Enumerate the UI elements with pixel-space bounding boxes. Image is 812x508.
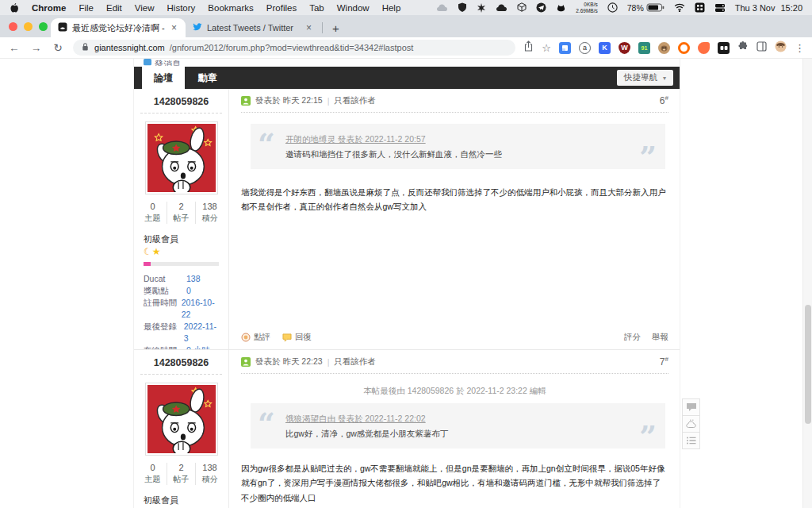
ext-91-icon[interactable]: 91 <box>638 42 650 54</box>
rate-button[interactable]: 評分 <box>624 332 641 343</box>
comment-button[interactable]: 點評 <box>241 332 270 343</box>
wifi-icon[interactable] <box>674 3 685 12</box>
cat-icon[interactable] <box>556 3 566 13</box>
fullscreen-window-button[interactable] <box>39 22 48 31</box>
cloud-dark-icon[interactable] <box>496 3 508 12</box>
battery-indicator[interactable]: 78% <box>627 3 665 13</box>
telegram-icon[interactable] <box>536 2 546 13</box>
window-icon[interactable] <box>756 40 767 55</box>
avatar[interactable] <box>145 383 218 456</box>
menu-tab[interactable]: Tab <box>309 3 324 13</box>
faces-icon[interactable] <box>718 42 730 54</box>
menu-window[interactable]: Window <box>337 3 370 13</box>
share-icon[interactable] <box>523 40 534 55</box>
stat-threads-label[interactable]: 主題 <box>139 474 167 485</box>
rank-badges: ☾★ <box>144 246 228 257</box>
scrollbar-thumb[interactable] <box>805 305 811 424</box>
menu-edit[interactable]: Edit <box>106 3 122 13</box>
menu-bookmarks[interactable]: Bookmarks <box>208 3 254 13</box>
close-tab-icon[interactable]: × <box>304 22 313 33</box>
author-username[interactable]: 1428059826 <box>134 350 228 374</box>
forward-button[interactable]: → <box>29 42 44 54</box>
menubar-clock[interactable]: Thu 3 Nov 15:20 <box>735 3 802 13</box>
post-header: 發表於 昨天 22:15 | 只看該作者 6# <box>241 89 668 113</box>
apple-logo-icon[interactable] <box>10 2 19 13</box>
reply-float-button[interactable] <box>682 398 700 416</box>
new-tab-button[interactable]: + <box>327 21 344 35</box>
flower-icon[interactable] <box>477 3 486 13</box>
list-float-button[interactable] <box>682 432 700 449</box>
author-username[interactable]: 1428059826 <box>134 89 228 113</box>
close-tab-icon[interactable]: × <box>170 22 178 33</box>
stat-credits-label[interactable]: 積分 <box>196 474 224 485</box>
grid-app-icon[interactable] <box>695 2 705 13</box>
reload-button[interactable]: ↻ <box>51 41 65 54</box>
lock-icon[interactable] <box>81 42 90 53</box>
forum-navbar: 論壇 勳章 快捷導航▾ <box>134 67 680 89</box>
menu-history[interactable]: History <box>167 3 196 13</box>
menu-view[interactable]: View <box>135 3 155 13</box>
address-bar[interactable]: giantessnight.com/gnforum2012/forum.php?… <box>73 40 515 56</box>
nav-tab-medals[interactable]: 勳章 <box>186 67 229 89</box>
browser-tab-forum[interactable]: 最近感觉论坛好冷清啊 - 今夜我 × <box>51 18 186 37</box>
chevron-down-icon: ▾ <box>663 75 666 82</box>
menubar-app-name[interactable]: Chrome <box>32 3 66 13</box>
field-value: 2016-10-22 <box>182 297 219 321</box>
wot-shield-icon[interactable]: W <box>619 42 630 54</box>
menu-help[interactable]: Help <box>382 3 401 13</box>
quote-text: 比gw好，清净，gw感觉都是小朋友紫薯布丁 <box>285 429 630 440</box>
stack-icon[interactable] <box>714 3 726 13</box>
author-fields: Ducat138 獎勵點0 註冊時間2016-10-22 最後登錄2022-11… <box>144 273 219 349</box>
reply-button[interactable]: 回復 <box>282 332 312 343</box>
quote-source-link[interactable]: 饿狼渴望自由 發表於 2022-11-2 22:02 <box>285 414 426 425</box>
chrome-menu-icon[interactable]: ⋮ <box>795 42 805 54</box>
stat-credits-label[interactable]: 積分 <box>196 213 224 224</box>
quote-text: 邀请码和墙挡住了很多新人，没什么新鲜血液，自然冷一些 <box>285 149 630 160</box>
stat-posts-label[interactable]: 帖子 <box>167 213 195 224</box>
url-domain: giantessnight.com <box>94 43 165 52</box>
open-quote-icon: “ <box>258 409 275 439</box>
puzzle-icon[interactable] <box>737 40 749 55</box>
menu-profiles[interactable]: Profiles <box>266 3 297 13</box>
floor-number[interactable]: 6# <box>660 94 668 106</box>
close-window-button[interactable] <box>9 22 17 31</box>
back-button[interactable]: ← <box>7 42 21 54</box>
cloud-icon[interactable] <box>436 3 448 12</box>
edited-notice: 本帖最後由 1428059826 於 2022-11-2 23:22 編輯 <box>241 386 668 397</box>
kami-icon[interactable]: K <box>599 42 611 54</box>
chrome-tab-strip: 最近感觉论坛好冷清啊 - 今夜我 × Latest Tweets / Twitt… <box>0 15 812 37</box>
report-button[interactable]: 舉報 <box>652 332 668 343</box>
stat-posts-label[interactable]: 帖子 <box>167 474 195 485</box>
bookmark-star-icon[interactable]: ☆ <box>542 42 551 54</box>
author-rank: 初級會員 <box>144 495 228 506</box>
minimize-window-button[interactable] <box>24 22 33 31</box>
shield-icon[interactable] <box>458 2 467 13</box>
avatar[interactable] <box>145 121 218 194</box>
floating-toolbar <box>682 399 700 449</box>
only-author-link[interactable]: 只看該作者 <box>334 95 376 106</box>
post-section-6: 1428059826 <box>134 89 680 349</box>
menu-file[interactable]: File <box>79 3 94 13</box>
quick-nav-button[interactable]: 快捷導航▾ <box>617 70 673 86</box>
stat-threads-label[interactable]: 主題 <box>139 213 167 224</box>
nav-tab-forum[interactable]: 論壇 <box>142 67 185 89</box>
author-sidebar: 1428059826 <box>134 89 229 349</box>
profile-avatar[interactable] <box>775 40 787 56</box>
orange-blob-icon[interactable] <box>698 42 710 54</box>
only-author-link[interactable]: 只看該作者 <box>334 356 376 368</box>
divider: | <box>327 96 330 106</box>
moon-badge-icon: ☾ <box>144 246 152 257</box>
page-scrollbar[interactable] <box>802 59 812 508</box>
circle-a-icon[interactable]: a <box>579 42 591 54</box>
monkey-icon[interactable] <box>658 42 670 54</box>
clock-icon[interactable] <box>607 2 618 13</box>
quote-source-link[interactable]: 开朗的地缚灵 發表於 2022-11-2 20:57 <box>285 134 426 145</box>
cube-icon[interactable] <box>517 2 527 13</box>
browser-tab-twitter[interactable]: Latest Tweets / Twitter × <box>186 18 320 37</box>
floor-number[interactable]: 7# <box>660 356 668 368</box>
message-icon <box>144 59 151 66</box>
top-float-button[interactable] <box>682 415 700 433</box>
author-stats: 0主題 2帖子 138積分 <box>139 463 224 485</box>
reading-list-icon[interactable] <box>559 42 571 54</box>
orange-ring-icon[interactable] <box>678 42 690 54</box>
